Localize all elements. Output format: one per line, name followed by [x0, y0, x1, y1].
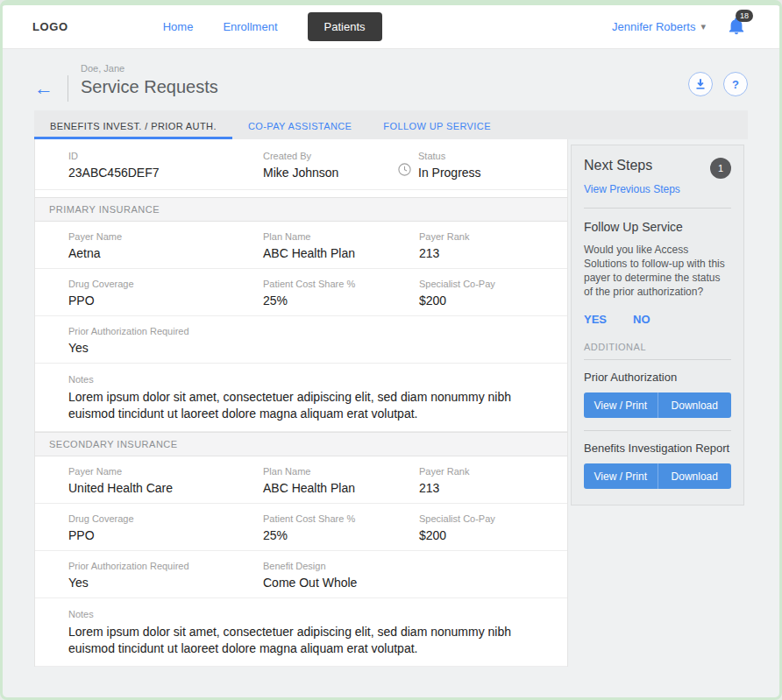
columns: ID 23ABC456DEF7 Created By Mike Johnson: [34, 139, 748, 667]
field-payer-rank: Payer Rank 213: [419, 231, 567, 260]
field-label: Drug Coverage: [68, 513, 263, 524]
nav-right: Jennifer Roberts ▾ 18: [612, 16, 750, 39]
nav-item-enrollment[interactable]: Enrollment: [223, 20, 277, 33]
field-label: Patient Cost Share %: [263, 513, 419, 524]
field-status: Status In Progress: [398, 151, 567, 180]
field-payer-name: Payer Name United Health Care: [68, 466, 263, 495]
doc-name: Prior Authorization: [584, 371, 731, 384]
field-created-by: Created By Mike Johnson: [263, 151, 419, 180]
field-specialist-copay: Specialist Co-Pay $200: [419, 513, 567, 542]
field-label: Specialist Co-Pay: [419, 513, 567, 524]
divider: [584, 208, 731, 209]
service-request-card: ID 23ABC456DEF7 Created By Mike Johnson: [34, 139, 568, 667]
view-print-button[interactable]: View / Print: [584, 392, 658, 418]
tab-follow-up-service[interactable]: FOLLOW UP SERVICE: [367, 110, 507, 139]
status-value: In Progress: [418, 166, 481, 180]
field-prior-auth-required: Prior Authorization Required Yes: [68, 326, 263, 355]
field-label: Prior Authorization Required: [68, 326, 263, 336]
field-value: United Health Care: [68, 481, 263, 495]
download-button[interactable]: Download: [658, 392, 732, 418]
header-divider: [68, 75, 68, 102]
field-label: Payer Rank: [419, 466, 567, 477]
tab-bar: BENEFITS INVEST. / PRIOR AUTH. CO-PAY AS…: [34, 110, 748, 139]
field-plan-name: Plan Name ABC Health Plan: [263, 231, 419, 260]
field-value: PPO: [68, 293, 263, 308]
field-label: Patient Cost Share %: [263, 279, 419, 289]
field-value: Yes: [68, 341, 263, 355]
secondary-insurance-header: SECONDARY INSURANCE: [35, 432, 567, 456]
field-value: 213: [419, 481, 567, 495]
page-header: ← Doe, Jane Service Requests ?: [3, 49, 779, 110]
field-payer-rank: Payer Rank 213: [419, 466, 567, 495]
request-summary-row: ID 23ABC456DEF7 Created By Mike Johnson: [35, 139, 567, 190]
doc-name: Benefits Investigation Report: [584, 442, 731, 455]
header-actions: ?: [688, 72, 748, 96]
field-value: $200: [419, 293, 567, 308]
field-row: Prior Authorization Required Yes Benefit…: [35, 551, 567, 598]
yes-button[interactable]: YES: [584, 313, 607, 326]
next-steps-title: Next Steps: [584, 158, 652, 173]
field-label: Drug Coverage: [68, 279, 263, 289]
doc-actions: View / Print Download: [584, 463, 731, 489]
app-window: LOGO Home Enrollment Patients Jennifer R…: [0, 0, 782, 700]
nav-item-home[interactable]: Home: [163, 20, 194, 33]
back-arrow-icon[interactable]: ←: [34, 77, 53, 100]
notes-label: Notes: [68, 374, 534, 385]
download-icon: [694, 78, 707, 90]
divider: [584, 359, 731, 360]
field-label: Plan Name: [263, 466, 419, 477]
field-value: ABC Health Plan: [263, 481, 419, 495]
user-menu[interactable]: Jennifer Roberts ▾: [612, 20, 706, 33]
content: BENEFITS INVEST. / PRIOR AUTH. CO-PAY AS…: [3, 110, 779, 667]
field-value: Yes: [68, 576, 263, 590]
primary-insurance-header: PRIMARY INSURANCE: [35, 197, 567, 222]
field-id: ID 23ABC456DEF7: [68, 151, 263, 180]
view-print-button[interactable]: View / Print: [584, 463, 658, 489]
field-value: 213: [419, 246, 567, 260]
field-benefit-design: Benefit Design Come Out Whole: [263, 561, 419, 590]
field-row: Prior Authorization Required Yes: [35, 316, 567, 364]
field-label: Status: [418, 151, 481, 161]
field-value: ABC Health Plan: [263, 246, 419, 260]
primary-notes: Notes Lorem ipsum dolor sit amet, consec…: [35, 364, 567, 432]
field-label: Payer Name: [68, 466, 263, 477]
notifications-button[interactable]: 18: [727, 16, 750, 39]
field-row: Payer Name United Health Care Plan Name …: [35, 456, 567, 504]
field-value: $200: [419, 528, 567, 542]
breadcrumb: Doe, Jane: [81, 63, 218, 74]
status-block: Status In Progress: [418, 151, 481, 180]
top-nav: LOGO Home Enrollment Patients Jennifer R…: [3, 5, 779, 49]
field-patient-cost-share: Patient Cost Share % 25%: [263, 513, 419, 542]
notification-badge: 18: [736, 10, 753, 22]
nav-links: Home Enrollment Patients: [163, 12, 382, 41]
nav-item-patients[interactable]: Patients: [308, 12, 382, 41]
field-drug-coverage: Drug Coverage PPO: [68, 513, 263, 542]
field-value: Mike Johnson: [263, 166, 419, 180]
field-row: Drug Coverage PPO Patient Cost Share % 2…: [35, 504, 567, 551]
aside-column: Next Steps 1 View Previous Steps Follow …: [571, 139, 744, 667]
field-label: ID: [68, 151, 263, 161]
no-button[interactable]: NO: [633, 313, 650, 326]
field-label: Payer Name: [68, 231, 263, 242]
page-title: Service Requests: [81, 77, 218, 97]
field-label: Plan Name: [263, 231, 419, 242]
field-value: Aetna: [68, 246, 263, 260]
field-payer-name: Payer Name Aetna: [68, 231, 263, 260]
field-drug-coverage: Drug Coverage PPO: [68, 279, 263, 308]
step-count-badge: 1: [710, 158, 731, 179]
download-button[interactable]: [688, 72, 713, 96]
help-button[interactable]: ?: [723, 72, 748, 96]
tab-benefits-prior-auth[interactable]: BENEFITS INVEST. / PRIOR AUTH.: [34, 110, 232, 139]
field-specialist-copay: Specialist Co-Pay $200: [419, 279, 567, 308]
field-row: Payer Name Aetna Plan Name ABC Health Pl…: [35, 222, 567, 269]
field-label: Created By: [263, 151, 419, 161]
view-previous-steps-link[interactable]: View Previous Steps: [584, 183, 680, 195]
field-prior-auth-required: Prior Authorization Required Yes: [68, 561, 263, 590]
question-icon: ?: [732, 78, 739, 91]
field-label: Benefit Design: [263, 561, 419, 571]
tab-copay-assistance[interactable]: CO-PAY ASSISTANCE: [232, 110, 367, 139]
benefits-investigation-doc: Benefits Investigation Report View / Pri…: [584, 442, 731, 489]
chevron-down-icon: ▾: [700, 21, 706, 32]
yes-no-row: YES NO: [584, 313, 731, 326]
download-button[interactable]: Download: [658, 463, 732, 489]
